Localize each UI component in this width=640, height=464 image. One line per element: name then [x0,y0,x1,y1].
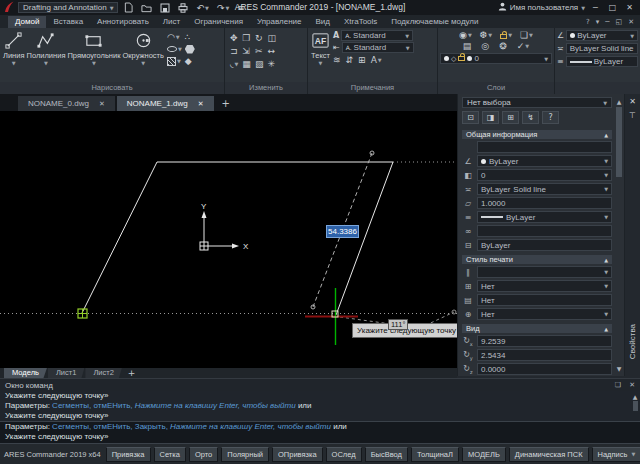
explode-tool-button[interactable]: ✳ [267,59,276,69]
doc-restore-icon[interactable]: ◱ [616,18,623,26]
rotate-tool-button[interactable]: ↻ [255,33,264,43]
array-tool-button[interactable]: ▦ [242,59,251,69]
annotation-scale-select[interactable]: Надпись ▼ [592,447,640,462]
toggle-snap[interactable]: Привязка [106,447,151,462]
help-icon[interactable]: ? [586,18,590,26]
close-tab-icon[interactable]: ✕ [99,100,105,108]
trim-tool-button[interactable]: ✂ [255,46,264,56]
print-style-select[interactable]: ▼ [477,266,612,278]
lineweight-property-select[interactable]: ByLayer ▼ [477,211,612,223]
view-y-field[interactable]: 2.5434 [477,349,612,361]
tab-sheet1[interactable]: Лист1 [48,368,84,378]
redo-button[interactable]: ↷▼ [215,2,231,14]
new-file-button[interactable] [122,2,135,14]
lineweight-select[interactable]: ByLayer [566,56,638,67]
circle-tool-button[interactable]: Окружность ▼ [121,30,164,67]
section-view[interactable]: Вид ▲ [462,324,612,333]
doc-close-icon[interactable]: ✕ [628,18,634,26]
customize-toolbar-button[interactable]: ≡ [235,2,247,14]
layer-freeze-button[interactable]: ❆▼ [480,30,492,40]
scroll-down-icon[interactable]: ▼ [617,365,622,372]
option-undo[interactable]: отмЕНить, [94,401,133,410]
doc-tab-noname0[interactable]: NONAME_0.dwg ✕ [18,96,115,111]
maximize-button[interactable]: □ [606,3,619,12]
table-tool-button[interactable]: ⊞ [358,55,366,65]
toggle-dynamic-ucs[interactable]: Динамическая ПСК [509,447,589,462]
ribbon-collapse-icon[interactable]: ▾ [596,18,600,26]
polygon-tool-button[interactable] [185,45,195,54]
tab-insert[interactable]: Вставка [46,16,90,28]
erase-tool-button[interactable]: ▨ [255,59,264,69]
close-tab-icon[interactable]: ✕ [198,100,204,108]
dimension-style-select[interactable]: A. Standard ▼ [342,42,414,53]
command-close-icon[interactable]: ✕ [629,381,635,389]
layer-state-button[interactable]: ✓▼ [517,41,529,51]
select-matching-button[interactable]: ⊡ [462,111,479,124]
tab-constraints[interactable]: Ограничения [187,16,250,28]
scroll-up-icon[interactable]: ▲ [617,98,622,105]
linetype-property-select[interactable]: ByLayer Solid line ▼ [477,183,612,195]
doc-tab-noname1[interactable]: NONAME_1.dwg ✕ [117,96,214,111]
user-menu[interactable]: Имя пользователя ▼ [498,2,585,13]
tab-manage[interactable]: Управление [250,16,308,28]
copy-tool-button[interactable]: ❐ [242,33,251,43]
open-file-button[interactable] [139,2,154,14]
linetype-select[interactable]: ByLayer Solid line [566,43,638,54]
doc-minimize-icon[interactable]: ─ [605,18,609,26]
toggle-esnap[interactable]: ОПривязка [272,447,323,462]
option-close[interactable]: Закрыть, [135,422,168,431]
tab-plugins[interactable]: Подключаемые модули [384,16,485,28]
move-tool-button[interactable]: ✥ [230,33,238,43]
layer-lock-button[interactable]: ▼ [500,30,512,40]
tab-annotate[interactable]: Аннотировать [90,16,156,28]
layers-manager-button[interactable]: ❏▼ [520,30,533,40]
sketch-tool-button[interactable]: ≋ [333,55,341,65]
hatch-tool-button[interactable]: ▼ [167,56,182,66]
toggle-etrack[interactable]: ОСлед [326,447,362,462]
text-tool-button[interactable]: AF Текст ▼ [310,30,331,67]
scale-tool-button[interactable]: ⇲ [242,46,251,56]
color-property-select[interactable]: ByLayer ▼ [477,155,612,167]
annotation-flip-button[interactable]: ⇵ [346,55,354,65]
stretch-tool-button[interactable]: ↔ [267,46,276,56]
draw-group-label[interactable]: Нарисовать [0,82,224,94]
view-z-field[interactable]: 0.0000 [477,363,612,375]
toggle-ortho[interactable]: Орто [189,447,218,462]
layer-select[interactable]: ◇ 0 ▼ [440,53,552,64]
panel-pin-icon[interactable]: ⊤ [629,111,636,120]
tab-home[interactable]: Домой [8,16,46,28]
collapse-icon[interactable]: ▲ [604,326,608,332]
line-color-select[interactable]: ByLayer ▼ [566,30,638,41]
linetype-scale-field[interactable]: 1.0000 [477,197,612,209]
layers-group-label[interactable]: Слои [438,82,554,94]
option-undo[interactable]: отмЕНить, [94,422,133,431]
scroll-thumb[interactable] [616,107,622,177]
point-tool-button[interactable]: ∴ [185,32,195,42]
toggle-lineweight[interactable]: ТолщинаЛ [411,447,459,462]
panel-help-button[interactable]: ? [542,111,559,124]
panel-tab-properties[interactable]: Свойства [628,324,637,359]
tab-model[interactable]: Модель [4,368,47,378]
toggle-polar[interactable]: Полярный [221,447,269,462]
dynamic-input-field[interactable]: 54.3386 [326,225,359,238]
rectangle-tool-button[interactable]: Прямоугольник ▼ [66,30,121,67]
print-origin-select[interactable]: Нет ▼ [477,308,612,320]
section-print-style[interactable]: Стиль печати ▲ [462,255,612,264]
minimize-button[interactable]: ─ [589,3,602,12]
offset-tool-button[interactable]: ⊐ [230,46,238,56]
save-button[interactable] [158,2,172,14]
layer-preview-button[interactable]: ◎ [481,41,489,51]
polyline-tool-button[interactable]: Полилиния ▼ [26,30,67,67]
ellipse-tool-button[interactable]: ▼ [167,44,182,54]
drawing-canvas[interactable]: Y X 54.3386 111° Укажите следующую точку… [0,111,457,368]
collapse-icon[interactable]: ▲ [604,257,608,263]
line-tool-button[interactable]: Линия ▼ [2,30,26,67]
selection-filter-select[interactable]: Нет выбора ▼ [462,97,612,108]
workspace-selector[interactable]: Drafting and Annotation ▼ [18,2,118,13]
new-document-button[interactable]: + [216,98,236,111]
annotations-group-label[interactable]: Примечания [308,82,437,94]
layer-visibility-button[interactable]: ◉▼ [459,30,472,40]
tab-sheet2[interactable]: Лист2 [85,368,121,378]
toggle-quickinput[interactable]: БысВвод [365,447,408,462]
layer-stack-button[interactable]: ▤ [463,41,472,51]
